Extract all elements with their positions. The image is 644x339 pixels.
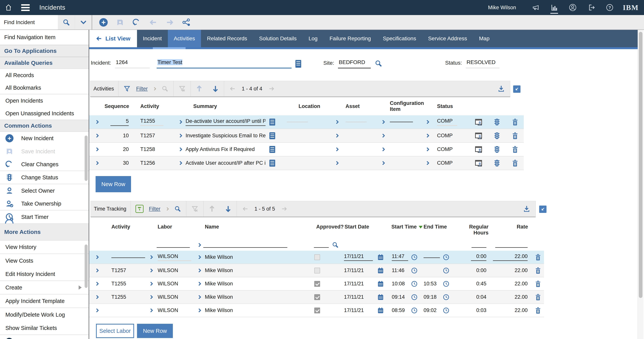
- col-configuration-item[interactable]: Configuration Item: [390, 97, 434, 115]
- action-view-costs[interactable]: View Costs: [0, 254, 89, 267]
- config-item-drilldown-icon[interactable]: [425, 134, 429, 138]
- delete-row-icon[interactable]: [534, 266, 542, 275]
- labor-drilldown-icon[interactable]: [197, 282, 201, 286]
- assignments-icon[interactable]: [474, 118, 483, 126]
- table-row[interactable]: 10 T1257 Investigate Suspicious Email to…: [89, 129, 524, 143]
- approved-filter-lookup-icon[interactable]: [332, 241, 339, 248]
- profile-button[interactable]: [568, 3, 577, 12]
- calendar-icon[interactable]: [377, 254, 384, 261]
- row-detail-icon[interactable]: [95, 161, 99, 165]
- row-detail-icon[interactable]: [95, 134, 99, 138]
- sidebar-scrollbar-thumb[interactable]: [84, 136, 88, 181]
- action-modify-delete-work-log[interactable]: Modify/Delete Work Log: [0, 308, 89, 321]
- col-approved[interactable]: Approved?: [313, 224, 342, 230]
- col-rate[interactable]: Rate: [489, 224, 530, 230]
- action-clear-changes[interactable]: Clear Changes: [0, 158, 89, 171]
- col-activity[interactable]: Activity: [131, 97, 179, 115]
- config-item-drilldown-icon[interactable]: [425, 147, 429, 151]
- change-status-icon[interactable]: [493, 159, 501, 167]
- clear-filter-icon[interactable]: [191, 205, 199, 213]
- calendar-icon[interactable]: [377, 280, 384, 287]
- clock-icon[interactable]: [411, 267, 418, 274]
- activity-lookup-icon[interactable]: [149, 295, 153, 299]
- regular-hours-field[interactable]: 0:00: [471, 253, 486, 261]
- active-filter-icon[interactable]: [136, 205, 144, 213]
- long-description-icon[interactable]: [270, 132, 275, 139]
- table-row[interactable]: 20 T1258 Apply Antivirus Fix if Required…: [89, 143, 524, 156]
- clock-icon[interactable]: [443, 267, 450, 274]
- rate-field[interactable]: 22.00: [493, 253, 528, 261]
- tab-specifications[interactable]: Specifications: [377, 30, 422, 47]
- page-scrollbar[interactable]: [638, 30, 644, 339]
- activities-search-icon[interactable]: [161, 85, 169, 93]
- table-row[interactable]: 30 T1256 Activate User account/IP after …: [89, 156, 524, 170]
- tab-log[interactable]: Log: [302, 30, 324, 47]
- clock-icon[interactable]: [411, 307, 418, 314]
- filter-icon[interactable]: [123, 85, 131, 93]
- config-item-drilldown-icon[interactable]: [425, 161, 429, 165]
- assignments-icon[interactable]: [474, 132, 483, 140]
- row-detail-icon[interactable]: [95, 147, 99, 151]
- col-summary[interactable]: Summary: [179, 97, 275, 115]
- activity-drilldown-icon[interactable]: [178, 134, 182, 138]
- labor-drilldown-icon[interactable]: [197, 255, 201, 259]
- next-record-button[interactable]: [165, 18, 174, 27]
- prev-page-icon[interactable]: [229, 85, 236, 93]
- find-record-input[interactable]: [0, 19, 58, 26]
- time-tracking-restore-button[interactable]: [539, 206, 546, 213]
- delete-row-icon[interactable]: [534, 280, 542, 288]
- asset-drilldown-icon[interactable]: [381, 134, 385, 138]
- activity-field[interactable]: T1255: [140, 118, 164, 126]
- action-show-similar-tickets[interactable]: Show Similar Tickets: [0, 321, 89, 335]
- previous-row-icon[interactable]: [208, 205, 216, 213]
- change-status-icon[interactable]: [493, 118, 501, 126]
- help-button[interactable]: ?: [606, 3, 614, 12]
- approved-checkbox[interactable]: [314, 307, 320, 313]
- clock-icon[interactable]: [411, 280, 418, 287]
- col-asset[interactable]: Asset: [344, 97, 390, 115]
- delete-row-icon[interactable]: [511, 145, 519, 154]
- table-row[interactable]: WILSON Mike Wilson 17/11/21 11:47 0:00 2…: [89, 251, 544, 264]
- prev-page-icon[interactable]: [242, 205, 249, 213]
- delete-row-icon[interactable]: [534, 306, 542, 315]
- calendar-icon[interactable]: [377, 294, 384, 301]
- start-time-field[interactable]: 11:47: [392, 253, 408, 261]
- status-field[interactable]: COMP: [437, 118, 457, 126]
- sidebar-section-common-actions[interactable]: Common Actions: [0, 120, 89, 132]
- download-icon[interactable]: [497, 85, 505, 93]
- tab-map[interactable]: Map: [473, 30, 496, 47]
- activities-filter-link[interactable]: Filter: [136, 86, 148, 92]
- tab-solution-details[interactable]: Solution Details: [253, 30, 303, 47]
- sidebar-section-go-to-applications[interactable]: Go To Applications: [0, 45, 89, 57]
- next-page-icon[interactable]: [280, 205, 288, 213]
- filter-expand-icon[interactable]: [152, 87, 156, 90]
- table-row[interactable]: WILSON Mike Wilson 17/11/21 08:59 09:02 …: [89, 304, 544, 317]
- activity-lookup-icon[interactable]: [149, 308, 153, 312]
- asset-drilldown-icon[interactable]: [381, 161, 385, 165]
- site-lookup-icon[interactable]: [374, 60, 382, 67]
- tab-incident[interactable]: Incident: [137, 30, 168, 47]
- clock-icon[interactable]: [411, 254, 418, 261]
- approved-checkbox[interactable]: [314, 281, 320, 287]
- download-icon[interactable]: [523, 205, 530, 213]
- labor-drilldown-icon[interactable]: [197, 308, 201, 312]
- long-description-icon[interactable]: [296, 60, 301, 68]
- sidebar-item-open-incidents[interactable]: Open Incidents: [0, 94, 89, 107]
- clock-icon[interactable]: [443, 280, 450, 287]
- table-row[interactable]: 5 T1255 De-activate User account/IP unti…: [89, 115, 524, 129]
- calendar-icon[interactable]: [377, 267, 384, 274]
- change-status-icon[interactable]: [493, 145, 501, 154]
- sidebar-item-all-bookmarks[interactable]: All Bookmarks: [0, 82, 89, 94]
- delete-row-icon[interactable]: [511, 159, 519, 167]
- clock-icon[interactable]: [443, 307, 450, 314]
- action-select-owner[interactable]: Select Owner: [0, 184, 89, 197]
- delete-row-icon[interactable]: [534, 253, 542, 261]
- time-tracking-search-icon[interactable]: [174, 205, 182, 213]
- change-status-icon[interactable]: [493, 132, 501, 140]
- row-detail-icon[interactable]: [95, 308, 99, 312]
- activity-drilldown-icon[interactable]: [178, 161, 182, 165]
- col-sequence[interactable]: Sequence: [103, 97, 131, 115]
- table-row[interactable]: T1255 WILSON Mike Wilson 17/11/21 09:14 …: [89, 291, 544, 304]
- clock-icon[interactable]: [443, 294, 450, 301]
- long-description-icon[interactable]: [270, 146, 275, 153]
